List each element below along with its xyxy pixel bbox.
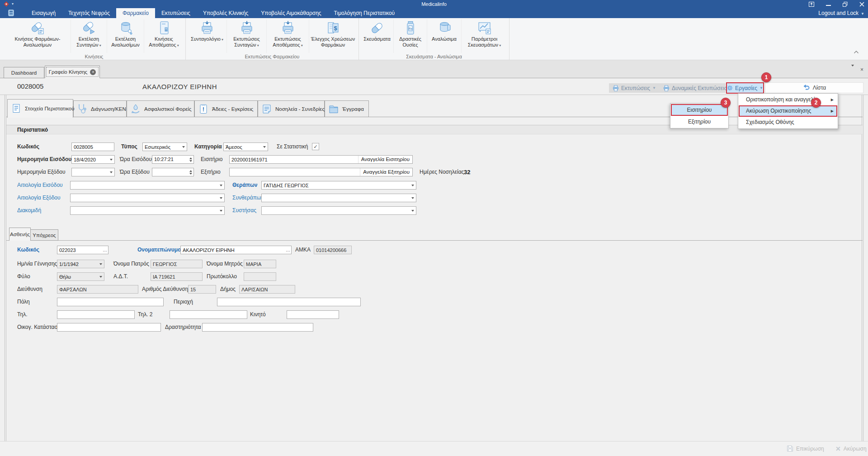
tab-asthenis[interactable]: Ασθενής — [9, 228, 31, 241]
ora-exodou-input[interactable] — [152, 168, 194, 176]
arithmos-dieythynsis-input[interactable] — [188, 285, 216, 294]
ektelesi-syntagon-button[interactable]: Εκτέλεση Συνταγών — [71, 19, 107, 53]
syntherapon-combo[interactable] — [261, 194, 416, 202]
eisitirio-field[interactable]: 2020001961971Αναγγελία Εισιτηρίου — [229, 155, 413, 164]
drastiriotita-input[interactable] — [202, 323, 313, 332]
skeyasmata-button[interactable]: Σκευάσματα — [361, 19, 393, 53]
ribbon-tab-farmakeio[interactable]: Φαρμακείο — [116, 8, 155, 18]
menu-item-oristikopoiisi-anaggelia[interactable]: Οριστικοποίηση και αναγγελία ▶ — [739, 94, 837, 105]
til2-input[interactable] — [170, 310, 247, 319]
ribbon-tab-ypovoles-klinikis[interactable]: Υποβολές Κλινικής — [197, 8, 255, 18]
therapon-label[interactable]: Θεράπων — [232, 181, 258, 190]
tab-eggrafa[interactable]: Έγγραφα — [325, 100, 369, 117]
dimos-input[interactable] — [239, 285, 295, 294]
ribbon-pin-icon[interactable] — [809, 2, 814, 7]
aitiologia-exodou-label[interactable]: Αιτιολογία Εξόδου — [17, 194, 61, 202]
restore-icon[interactable] — [843, 2, 848, 7]
spinner-up-icon[interactable] — [189, 170, 192, 172]
tab-asfalistikoi-foreis[interactable]: Ασφαλιστικοί Φορείς — [127, 100, 194, 117]
ribbon-tab-ypovoles-aimokatharsis[interactable]: Υποβολές Αιμοκάθαρσης — [255, 8, 327, 18]
tab-stoixeia-peristatikou[interactable]: Στοιχεία Περιστατικού — [7, 99, 73, 118]
tab-nosileia-synedries[interactable]: Νοσηλεία - Συνεδρίες — [258, 100, 325, 117]
backstage-icon[interactable] — [7, 9, 15, 19]
cancel-button[interactable]: ✕ Ακύρωση — [835, 445, 867, 452]
tab-adeies-egkriseis[interactable]: ! Άδειες - Εγκρίσεις — [194, 100, 258, 117]
parametroi-skeyasmaton-button[interactable]: Παράμετροι Σκευασμάτων — [461, 19, 507, 53]
ellipsis-button[interactable] — [285, 247, 291, 252]
ektyposeis-apothematos-button[interactable]: Εκτυπώσεις Αποθέματος — [266, 19, 309, 53]
tab-list-chevron-icon[interactable] — [851, 66, 854, 73]
spinner-up-icon[interactable] — [189, 157, 192, 159]
periochi-input[interactable] — [217, 298, 361, 306]
poli-input[interactable] — [57, 298, 164, 306]
patient-kodikos-label[interactable]: Κωδικός — [17, 246, 39, 254]
tab-diagnosi-ken[interactable]: Διάγνωση/ΚΕΝ — [73, 100, 127, 117]
menu-item-sxediasmos-othonis[interactable]: Σχεδιασμός Οθόνης — [739, 117, 837, 128]
aitiologia-eisodou-label[interactable]: Αιτιολογία Εισόδου — [17, 181, 63, 190]
collapse-ribbon-icon[interactable] — [854, 49, 859, 55]
exitirio-field[interactable]: Αναγγελία Εξιτηρίου — [229, 168, 413, 176]
printouts-button[interactable]: Εκτυπώσεις▼ — [609, 83, 660, 93]
spinner-down-icon[interactable] — [189, 173, 192, 175]
kiniseis-apothematos-button[interactable]: 11 Κινήσεις Αποθέματος — [144, 19, 184, 53]
tab-grafeio-kinisis[interactable]: Γραφείο Κίνησης × — [45, 66, 100, 78]
kinito-input[interactable] — [287, 310, 339, 319]
ektyposeis-syntagon-button[interactable]: Εκτυπώσεις Συνταγών — [226, 19, 266, 53]
tasks-button[interactable]: Εργασίες▼ — [727, 83, 763, 93]
oikog-katastasi-input[interactable] — [57, 323, 161, 332]
ribbon-tab-ektyposeis[interactable]: Εκτυπώσεις — [155, 8, 197, 18]
amka-input[interactable] — [314, 246, 352, 254]
minimize-icon[interactable] — [826, 2, 831, 7]
anaggelia-exitiriou-button[interactable]: Αναγγελία Εξιτηρίου — [360, 168, 412, 176]
imnia-gennisis-picker[interactable]: 1/1/1942 — [57, 260, 104, 268]
onoma-patros-input[interactable] — [151, 260, 203, 268]
katigoria-combo[interactable]: Άμεσος — [223, 142, 268, 151]
dynamic-printouts-button[interactable]: Δυναμικές Εκτυπώσεις▼ — [660, 83, 736, 93]
anaggelia-eisitiriou-button[interactable]: Αναγγελία Εισιτηρίου — [358, 156, 412, 163]
syntherapon-label[interactable]: Συνθεράπων — [232, 194, 264, 202]
imerominia-exodou-picker[interactable] — [71, 168, 115, 176]
syntagologio-button[interactable]: Συνταγολόγιο — [188, 19, 226, 53]
typos-combo[interactable]: Εσωτερικός — [142, 142, 187, 151]
list-button[interactable]: Λίστα — [765, 82, 863, 93]
onomateponymo-label[interactable]: Ονοματεπώνυμο — [137, 246, 181, 254]
menu-item-akyrosi-oristikopoiisis[interactable]: Ακύρωση Οριστικοποίησης ▶ — [739, 105, 837, 117]
diakomidi-label[interactable]: Διακομιδή — [17, 206, 41, 215]
systisas-combo[interactable] — [261, 206, 416, 215]
tab-ypoxreos[interactable]: Υπόχρεος — [30, 229, 58, 241]
ribbon-tab-eisagogi[interactable]: Εισαγωγή — [25, 8, 62, 18]
ribbon-tab-timologisi[interactable]: Τιμολόγηση Περιστατικού — [328, 8, 401, 18]
onomateponymo-field[interactable]: ΑΚΑΛΟΡΙΖΟΥ ΕΙΡΗΝΗ — [180, 246, 292, 254]
logout-and-lock-button[interactable]: Logout and Lock▼ — [818, 8, 864, 18]
confirm-button[interactable]: Επικύρωση — [787, 445, 824, 452]
ribbon-tab-texnitos-nefros[interactable]: Τεχνητός Νεφρός — [62, 8, 116, 18]
se-statistiki-checkbox[interactable]: ✓ — [312, 143, 319, 150]
therapon-combo[interactable]: ΓΑΤΙΔΗΣ ΓΕΩΡΓΙΟΣ — [261, 181, 416, 190]
kiniseis-farmakon-analosimon-button[interactable]: Κινήσεις Φαρμάκων-Αναλωσίμων — [5, 19, 71, 53]
tab-dashboard[interactable]: Dashboard — [4, 67, 44, 78]
diakomidi-combo[interactable] — [70, 206, 225, 215]
til-input[interactable] — [57, 310, 135, 319]
aitiologia-exodou-combo[interactable] — [70, 194, 225, 202]
ektelesi-analosimon-button[interactable]: Εκτέλεση Αναλωσίμων — [107, 19, 144, 53]
patient-kodikos-field[interactable]: 022023 — [57, 246, 108, 254]
spinner-down-icon[interactable] — [189, 160, 192, 162]
kodikos-input[interactable] — [71, 142, 114, 151]
fylo-combo[interactable]: Θήλυ — [57, 272, 104, 281]
dieythynsi-input[interactable] — [57, 285, 138, 294]
close-tab-icon[interactable]: × — [90, 69, 96, 75]
imerominia-eisodou-picker[interactable]: 18/4/2020 — [71, 155, 115, 164]
ellipsis-button[interactable] — [102, 247, 108, 252]
close-document-icon[interactable]: × — [860, 66, 863, 73]
drastikes-ousies-button[interactable]: Rx Δραστικές Ουσίες — [393, 19, 427, 53]
close-icon[interactable] — [859, 2, 864, 7]
adt-input[interactable] — [151, 272, 203, 281]
systisas-label[interactable]: Συστήσας — [232, 206, 256, 215]
elegxos-xreoseon-button[interactable]: $ Έλεγχος Χρεώσεων Φαρμάκων — [309, 19, 357, 53]
protokollo-input[interactable] — [244, 272, 276, 281]
onoma-mitros-input[interactable] — [244, 260, 276, 268]
ora-eisodou-input[interactable]: 10:27:21 — [152, 155, 194, 164]
submenu-item-exitiriou[interactable]: Εξιτηρίου — [671, 116, 728, 128]
aitiologia-eisodou-combo[interactable] — [70, 181, 225, 190]
submenu-item-eisitiriou[interactable]: Εισιτηρίου — [671, 104, 728, 116]
